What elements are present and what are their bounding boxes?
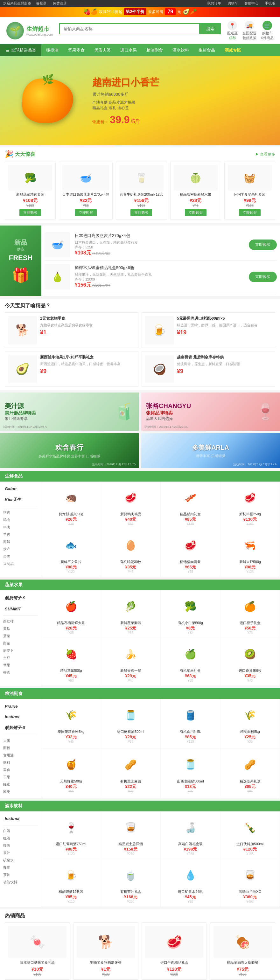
veg-cat-link-6[interactable]: 苹果 bbox=[3, 662, 38, 668]
grain-cat-link-4[interactable]: 零食 bbox=[3, 767, 38, 773]
cat-link-5[interactable]: 水产 bbox=[3, 546, 38, 552]
cat-veg-brand-0[interactable]: 酸奶铺子-S bbox=[3, 593, 38, 603]
cat-drink-product-6[interactable]: 💧 进口矿泉水24瓶 ¥45元 ¥60 bbox=[161, 859, 221, 907]
drink-cat-link-6[interactable]: 茶饮 bbox=[3, 872, 38, 878]
cat-link-4[interactable]: 海鲜 bbox=[3, 539, 38, 545]
cat-veg-product-1[interactable]: 🥬 新鲜蔬菜套装 ¥25元 ¥35 bbox=[101, 590, 161, 638]
cat-veg-product-4[interactable]: 🍓 精品草莓500g ¥45元 ¥60 bbox=[41, 638, 101, 686]
drink-cat-link-7[interactable]: 功能饮料 bbox=[3, 879, 38, 885]
cat-veg-product-6[interactable]: 🍏 有机苹果礼盒 ¥68元 ¥88 bbox=[161, 638, 221, 686]
veg-cat-link-0[interactable]: 西红柿 bbox=[3, 618, 38, 624]
full-banner-1[interactable]: 多美鲜ARLA 营养丰富 口感细腻 活动时间：2019年11月22日22:47₈ bbox=[141, 433, 280, 468]
new-product-buy-btn-1[interactable]: 立即购买 bbox=[249, 272, 277, 282]
hot-item-3[interactable]: 🍖 精品羊肉卷火锅套餐 ¥75元 ¥138 bbox=[210, 923, 275, 980]
drink-cat-link-4[interactable]: 矿泉水 bbox=[3, 857, 38, 863]
cat-fresh-product-1[interactable]: 🥩 新鲜鸭肉精品 ¥40元 ¥55 bbox=[101, 482, 161, 529]
cat-grain-brand-2[interactable]: 酸奶铺子-S bbox=[3, 723, 38, 732]
location-icon-block[interactable]: 📍 配送至 成都 bbox=[227, 21, 238, 40]
search-input[interactable] bbox=[59, 23, 200, 34]
mobile-app-link[interactable]: 手机版 bbox=[265, 1, 275, 6]
brand-banner-1[interactable]: 张裕CHANGYU 张裕品牌特卖 品道大师的选择 🍷 活动时间：2019年11月… bbox=[141, 393, 280, 431]
cat-fresh-product-2[interactable]: 🥓 精品腊肉礼盒 ¥85元 ¥110 bbox=[161, 482, 221, 529]
cat-link-6[interactable]: 蛋类 bbox=[3, 554, 38, 560]
nav-item-2[interactable]: 优质肉类 bbox=[89, 44, 116, 56]
cat-grain-product-4[interactable]: 🍯 天然蜂蜜500g ¥40元 ¥55 bbox=[41, 749, 101, 799]
deal-btn-4[interactable]: 立即购买 bbox=[239, 209, 261, 216]
cat-grain-product-2[interactable]: 🛢️ 有机食用油5L ¥85元 ¥110 bbox=[161, 699, 221, 749]
grain-cat-link-6[interactable]: 蜂蜜 bbox=[3, 781, 38, 788]
cat-link-2[interactable]: 牛肉 bbox=[3, 524, 38, 530]
cat-grain-product-0[interactable]: 🌾 泰国茉莉香米5kg ¥32元 ¥45 bbox=[41, 699, 101, 749]
drink-cat-link-1[interactable]: 红酒 bbox=[3, 835, 38, 841]
cat-fresh-product-3[interactable]: 🥩 鲜切牛排250g ¥130元 ¥168 bbox=[221, 482, 280, 529]
cat-drink-brand-0[interactable]: Instinct bbox=[3, 815, 38, 822]
shipping-icon-block[interactable]: 🚚 全国配送 包邮政策 bbox=[242, 21, 256, 40]
cat-grain-brand-0[interactable]: Prairie bbox=[3, 702, 38, 710]
register-link[interactable]: 免费注册 bbox=[53, 1, 67, 6]
hot-item-0[interactable]: 🍬 日本进口糖果零食礼盒 ¥10元 ¥138 bbox=[5, 923, 70, 980]
brand-banner-0[interactable]: 美汁源 美汁源品牌特卖 果汁健康专享 🧃 活动时间：2019年11月22日22:… bbox=[0, 393, 139, 431]
deal-item-2[interactable]: 🥛 营养牛奶礼盒装200ml×12盒 ¥156元 ¥198 立即购买 bbox=[116, 162, 167, 220]
nav-item-1[interactable]: 坚果零食 bbox=[63, 44, 89, 56]
cat-drink-product-0[interactable]: 🍷 进口红葡萄酒750ml ¥88元 ¥120 bbox=[41, 811, 101, 859]
logo-area[interactable]: 🌱 生鲜超市 www.ocailong.com bbox=[6, 22, 53, 40]
cat-veg-product-2[interactable]: 🥦 有机小白菜500g ¥8元 ¥12 bbox=[161, 590, 221, 638]
cat-link-1[interactable]: 鸡肉 bbox=[3, 517, 38, 523]
deal-item-4[interactable]: 🧺 休闲零食坚果礼盒装 ¥99元 ¥138 立即购买 bbox=[224, 162, 275, 220]
cat-veg-product-0[interactable]: 🍎 精品石榴新鲜大果 ¥28元 ¥38 bbox=[41, 590, 101, 638]
deal-item-3[interactable]: 🍈 精品哈密瓜新鲜水果 ¥28元 ¥45 立即购买 bbox=[170, 162, 221, 220]
deal-item-0[interactable]: 🥦 新鲜蔬菜精选套装 ¥108元 ¥158 立即购买 bbox=[5, 162, 56, 220]
customer-service-link[interactable]: 客服中心 bbox=[244, 1, 258, 6]
drink-cat-link-5[interactable]: 咖啡 bbox=[3, 864, 38, 870]
deal-btn-1[interactable]: 立即购买 bbox=[75, 209, 97, 216]
veg-cat-link-7[interactable]: 香蕉 bbox=[3, 670, 38, 676]
deal-btn-3[interactable]: 立即购买 bbox=[185, 209, 207, 216]
cat-drink-product-5[interactable]: 🍵 有机茶叶礼盒 ¥168元 ¥220 bbox=[101, 859, 161, 907]
full-banner-0[interactable]: 欢含春行 多美鲜华场品牌特卖 营养丰富 口感细腻 活动时间：2019年11月22… bbox=[0, 433, 139, 468]
cat-grain-product-1[interactable]: 🫙 进口橄榄油500ml ¥28元 ¥38 bbox=[101, 699, 161, 749]
special-item-1[interactable]: 🍺 5元装黑啤进口啤酒500ml×6 精选进口黑啤，醇厚口感，德国原产进口，适合… bbox=[142, 312, 275, 348]
cart-icon-block[interactable]: 🛒 购物车 0件商品 bbox=[261, 21, 274, 40]
special-item-0[interactable]: 🐕 1元党宠物零食 宠物零食精选高品质狗零食猫零食 ¥1 bbox=[5, 312, 138, 348]
my-order-link[interactable]: 我的订单 bbox=[207, 1, 221, 6]
cat-link-0[interactable]: 猪肉 bbox=[3, 509, 38, 515]
cat-veg-product-3[interactable]: 🍊 进口橙子礼盒 ¥56元 ¥78 bbox=[221, 590, 280, 638]
cat-fresh-product-5[interactable]: 🥚 有机鸡蛋30枚 ¥35元 ¥45 bbox=[101, 529, 161, 577]
cat-grain-product-6[interactable]: 🫙 山西老陈醋500ml ¥18元 ¥25 bbox=[161, 749, 221, 799]
veg-cat-link-5[interactable]: 土豆 bbox=[3, 655, 38, 661]
my-cart-link[interactable]: 购物车 bbox=[228, 1, 238, 6]
cat-grain-product-3[interactable]: 🌾 精制面粉5kg ¥25元 ¥35 bbox=[221, 699, 280, 749]
veg-cat-link-4[interactable]: 胡萝卜 bbox=[3, 648, 38, 654]
cat-veg-product-5[interactable]: 🍌 新鲜香蕉一箱 ¥29元 ¥40 bbox=[101, 638, 161, 686]
cat-drink-product-1[interactable]: 🥃 精品威士忌洋酒 ¥158元 ¥210 bbox=[101, 811, 161, 859]
cat-veg-product-7[interactable]: 🥝 进口奇异果6枚 ¥35元 ¥48 bbox=[221, 638, 280, 686]
cat-grain-brand-1[interactable]: Instinct bbox=[3, 713, 38, 721]
grain-cat-link-0[interactable]: 大米 bbox=[3, 738, 38, 744]
veg-cat-link-1[interactable]: 黄瓜 bbox=[3, 626, 38, 632]
grain-cat-link-7[interactable]: 酱类 bbox=[3, 789, 38, 795]
nav-item-6[interactable]: 生鲜食品 bbox=[194, 44, 220, 56]
cat-fresh-product-4[interactable]: 🐟 新鲜三文鱼片 ¥88元 ¥120 bbox=[41, 529, 101, 577]
drink-cat-link-3[interactable]: 果汁 bbox=[3, 850, 38, 856]
nav-item-4[interactable]: 粮油副食 bbox=[142, 44, 168, 56]
nav-item-5[interactable]: 酒水饮料 bbox=[168, 44, 194, 56]
cat-grain-product-7[interactable]: 🥜 精选坚果礼盒 ¥65元 ¥85 bbox=[221, 749, 280, 799]
nav-item-7[interactable]: 满减专区 bbox=[220, 44, 246, 56]
cat-drink-product-3[interactable]: 🍾 进口伏特加500ml ¥120元 ¥165 bbox=[221, 811, 280, 859]
cat-link-3[interactable]: 羊肉 bbox=[3, 531, 38, 538]
deal-btn-2[interactable]: 立即购买 bbox=[130, 209, 152, 216]
cat-grain-product-5[interactable]: 🥜 有机黑芝麻酱 ¥22元 ¥30 bbox=[101, 749, 161, 799]
cat-fresh-product-0[interactable]: 🦔 鲜海胆 腌制50g ¥26元 ¥38 bbox=[41, 482, 101, 529]
new-product-item-1[interactable]: 🍐 鲜榨木瓜蜂蜜精品礼盒500g×6瓶 鲜榨果汁，无防腐剂，天然健康，礼盒装适合… bbox=[45, 261, 277, 293]
hot-item-1[interactable]: 🐕 宠物零食狗狗磨牙棒 ¥1元 ¥138 bbox=[73, 923, 138, 980]
nav-item-0[interactable]: 橄榄油 bbox=[41, 44, 63, 56]
search-button[interactable]: 搜索 bbox=[200, 23, 221, 34]
deals-more[interactable]: ▶ 查看更多 bbox=[255, 152, 275, 157]
cat-drink-product-7[interactable]: 🥃 高端白兰地XO ¥380元 ¥498 bbox=[221, 859, 280, 907]
special-item-2[interactable]: 🥑 新西兰牛油果1斤-10斤平装礼盒 新西兰进口，精选品质牛油果，口感绵密，营养… bbox=[5, 351, 138, 387]
deal-btn-0[interactable]: 立即购买 bbox=[19, 209, 41, 216]
hero-banner[interactable]: 🌿 越南进口小香芒 累计热销60000多斤 产地直供 高品质源才挑果 精品礼盒 … bbox=[0, 56, 280, 145]
cat-drink-product-4[interactable]: 🍺 精酿啤酒12瓶装 ¥85元 ¥110 bbox=[41, 859, 101, 907]
cat-link-7[interactable]: 豆制品 bbox=[3, 561, 38, 567]
cat-fresh-product-7[interactable]: 🦐 新鲜大虾500g ¥98元 ¥128 bbox=[221, 529, 280, 577]
